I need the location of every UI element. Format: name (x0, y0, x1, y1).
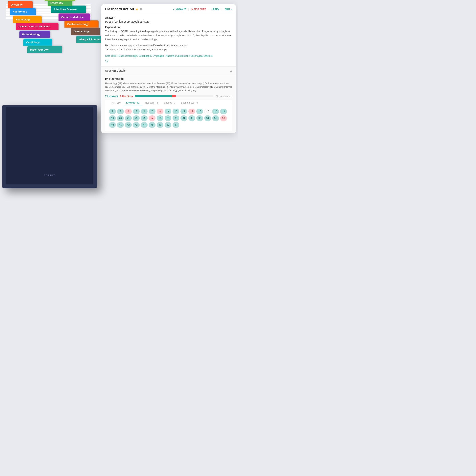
tab-infectious-disease[interactable]: Infectious Disease (51, 6, 86, 13)
number-badge-32[interactable]: 32 (188, 116, 195, 121)
number-badge-36[interactable]: 36 (220, 116, 227, 121)
number-badge-33[interactable]: 33 (196, 116, 203, 121)
progress-red (172, 95, 176, 97)
check-icon: ✓ (173, 8, 175, 11)
number-badge-5[interactable]: 5 (133, 109, 140, 114)
tab-nephrology[interactable]: Nephrology (10, 8, 36, 15)
tab-label: Geriatric Medicine (61, 16, 84, 19)
know-it-button[interactable]: ✓ KNOW IT (173, 8, 186, 11)
tab-make-your-own[interactable]: Make Your Own (27, 46, 62, 53)
number-badge-7[interactable]: 7 (149, 109, 155, 114)
number-badge-34[interactable]: 34 (204, 116, 211, 121)
answer-label: Answer (105, 16, 232, 19)
tab-label: Infectious Disease (54, 8, 77, 11)
dx-label: Dx: (105, 44, 109, 47)
number-badge-18[interactable]: 18 (220, 109, 227, 114)
number-badge-46[interactable]: 46 (157, 122, 163, 128)
divider3: | (222, 8, 222, 11)
number-badge-47[interactable]: 47 (165, 122, 171, 128)
number-badge-31[interactable]: 31 (181, 116, 187, 121)
number-badge-21[interactable]: 21 (125, 116, 132, 121)
number-badge-22[interactable]: 22 (133, 116, 140, 121)
number-badge-17[interactable]: 17 (212, 109, 219, 114)
tab-bookmarked[interactable]: Bookmarked - 6 (178, 100, 201, 106)
number-badge-19[interactable]: 19 (109, 116, 116, 121)
session-details-label: Session Details (105, 69, 126, 72)
tab-dermatology[interactable]: Dermatology (71, 28, 100, 35)
number-badge-16[interactable]: 16 (204, 109, 211, 114)
number-badge-8[interactable]: 8 (157, 109, 163, 114)
tab-oncology[interactable]: Oncology (8, 1, 33, 8)
tab-label: General Internal Medicine (19, 25, 50, 28)
tab-cardiology[interactable]: Cardiology (23, 39, 52, 46)
number-badge-6[interactable]: 6 (141, 109, 148, 114)
not-sure-label: NOT SURE (194, 8, 206, 11)
number-badge-44[interactable]: 44 (141, 122, 148, 128)
tab-hematology[interactable]: Hematology (13, 16, 42, 23)
tx-label: Tx: (105, 48, 109, 51)
number-badge-43[interactable]: 43 (133, 122, 140, 128)
not-sure-button[interactable]: ✕ NOT SURE (191, 8, 206, 11)
explanation-label: Explanation (105, 26, 232, 29)
number-badge-10[interactable]: 10 (172, 109, 179, 114)
tab-rheumatology[interactable]: Rheumatology (45, 0, 75, 1)
breadcrumb-link[interactable]: Core Topic - Gastroenterology / Esophagu… (105, 54, 213, 57)
prev-chevron: ‹ (212, 8, 212, 11)
know-it-label: KNOW IT (175, 8, 186, 11)
number-badge-15[interactable]: 15 (196, 109, 203, 114)
divider: | (188, 8, 189, 11)
tab-label: Gastroenterology (67, 23, 89, 26)
tab-all[interactable]: All - 150 (109, 100, 123, 106)
number-badge-20[interactable]: 20 (117, 116, 124, 121)
number-badge-45[interactable]: 45 (149, 122, 155, 128)
number-badge-40[interactable]: 40 (109, 122, 116, 128)
number-badge-23[interactable]: 23 (141, 116, 148, 121)
tab-not-sure[interactable]: Not Sure - 8 (142, 100, 161, 106)
card-box: Women's and Men's Health Rheumatology On… (0, 40, 115, 188)
skip-button[interactable]: SKIP » (225, 8, 232, 11)
number-badge-2[interactable]: 2 (109, 109, 116, 114)
tab-skipped[interactable]: Skipped - 3 (161, 100, 178, 106)
number-badge-35[interactable]: 35 (212, 116, 219, 121)
number-badge-3[interactable]: 3 (117, 109, 124, 114)
number-badge-4[interactable]: 4 (125, 109, 132, 114)
panel-header: Flashcard 82/150 ★ ⊟ ✓ KNOW IT | ✕ NOT S… (101, 4, 236, 13)
tab-label: Nephrology (13, 10, 27, 13)
panel-title: Flashcard 82/150 ★ ⊟ (105, 7, 142, 11)
chevron-up-icon: ∧ (230, 69, 232, 72)
prev-button[interactable]: ‹ PREV (212, 8, 219, 11)
box-inner (6, 107, 93, 185)
number-badge-41[interactable]: 41 (117, 122, 124, 128)
not-sure-count: 8 Not Sure (120, 95, 133, 98)
x-icon: ✕ (191, 8, 193, 11)
tabs-nav: All - 150 Know It - 71 Not Sure - 8 Skip… (105, 100, 232, 106)
tab-general-internal[interactable]: General Internal Medicine (16, 23, 58, 30)
session-details-toggle[interactable]: Session Details ∧ (101, 67, 236, 75)
number-badge-9[interactable]: 9 (165, 109, 171, 114)
number-grid: 2345678910111215161718192021222324282930… (105, 106, 232, 131)
number-badge-48[interactable]: 48 (172, 122, 179, 128)
tab-label: Cardiology (26, 41, 40, 44)
shield-icon: 🛡 (105, 59, 232, 63)
unanswered-count: 71 Unanswered (215, 95, 232, 98)
tab-label: Make Your Own (30, 48, 49, 51)
tab-label: Dermatology (74, 30, 89, 33)
tab-gastroenterology[interactable]: Gastroenterology (65, 20, 99, 28)
tab-know-it[interactable]: Know It - 71 (123, 100, 142, 106)
number-badge-29[interactable]: 29 (165, 116, 171, 121)
number-badge-12[interactable]: 12 (188, 109, 195, 114)
star-icon[interactable]: ★ (136, 7, 138, 11)
number-badge-42[interactable]: 42 (125, 122, 132, 128)
number-badge-30[interactable]: 30 (172, 116, 179, 121)
tab-label: Neurology (50, 1, 63, 4)
tab-geriatric[interactable]: Geriatric Medicine (58, 14, 90, 21)
number-badge-11[interactable]: 11 (181, 109, 187, 114)
skip-label: SKIP (225, 8, 230, 11)
number-badge-28[interactable]: 28 (157, 116, 163, 121)
tab-endocrinology[interactable]: Endocrinology (19, 31, 50, 38)
topics-text: Hematology (12), Gastroenterology (14), … (105, 82, 232, 92)
tab-label: Hematology (16, 18, 30, 21)
number-badge-24[interactable]: 24 (149, 116, 155, 121)
doc-icon[interactable]: ⊟ (140, 8, 142, 11)
flashcard-panel: Flashcard 82/150 ★ ⊟ ✓ KNOW IT | ✕ NOT S… (101, 4, 236, 133)
